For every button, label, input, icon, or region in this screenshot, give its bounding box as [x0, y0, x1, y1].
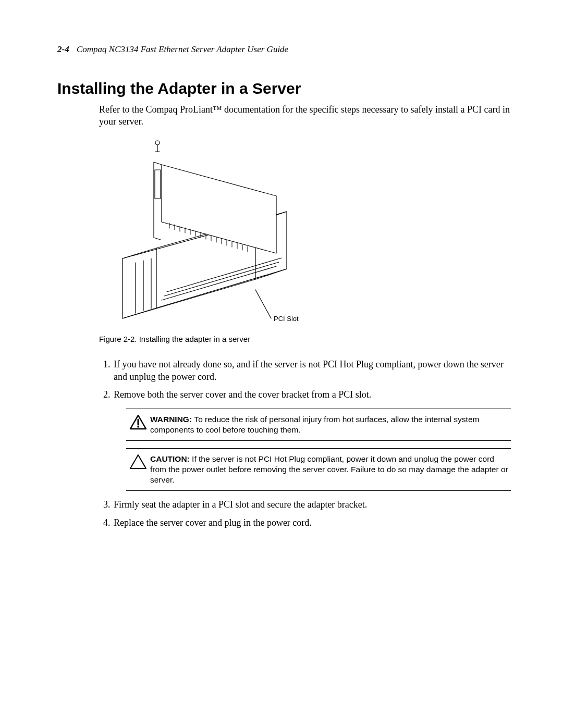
figure-callout-label: PCI Slot: [274, 315, 299, 323]
intro-paragraph: Refer to the Compaq ProLiant™ documentat…: [99, 104, 511, 128]
section-title: Installing the Adapter in a Server: [57, 80, 511, 97]
svg-rect-24: [155, 170, 161, 199]
svg-line-28: [255, 290, 271, 318]
svg-line-6: [167, 258, 282, 292]
page-number: 2-4: [57, 44, 69, 54]
svg-point-31: [137, 426, 139, 428]
figure-caption: Figure 2-2. Installing the adapter in a …: [99, 335, 511, 343]
svg-marker-7: [162, 165, 276, 253]
caution-icon: [126, 454, 150, 472]
procedure-list: If you have not already done so, and if …: [99, 358, 511, 529]
caution-label: CAUTION:: [150, 454, 192, 463]
caution-notice: CAUTION: If the server is not PCI Hot Pl…: [126, 448, 511, 491]
warning-text: To reduce the risk of personal injury fr…: [150, 415, 479, 434]
warning-label: WARNING:: [150, 415, 194, 424]
doc-title: Compaq NC3134 Fast Ethernet Server Adapt…: [77, 44, 288, 54]
pci-illustration: PCI Slot: [99, 133, 308, 331]
warning-icon: [126, 414, 150, 433]
caution-text: If the server is not PCI Hot Plug compli…: [150, 454, 508, 484]
step-2-text: Remove both the server cover and the cov…: [114, 389, 371, 400]
warning-notice: WARNING: To reduce the risk of personal …: [126, 409, 511, 441]
svg-point-25: [155, 141, 160, 145]
step-2: Remove both the server cover and the cov…: [113, 388, 511, 491]
step-1: If you have not already done so, and if …: [113, 358, 511, 384]
svg-marker-32: [130, 455, 146, 468]
figure-pci-install: PCI Slot: [99, 133, 511, 331]
svg-line-4: [162, 266, 276, 300]
svg-line-5: [164, 262, 279, 296]
step-4: Replace the server cover and plug in the…: [113, 516, 511, 529]
running-header: 2-4 Compaq NC3134 Fast Ethernet Server A…: [57, 44, 511, 55]
step-3: Firmly seat the adapter in a PCI slot an…: [113, 498, 511, 511]
